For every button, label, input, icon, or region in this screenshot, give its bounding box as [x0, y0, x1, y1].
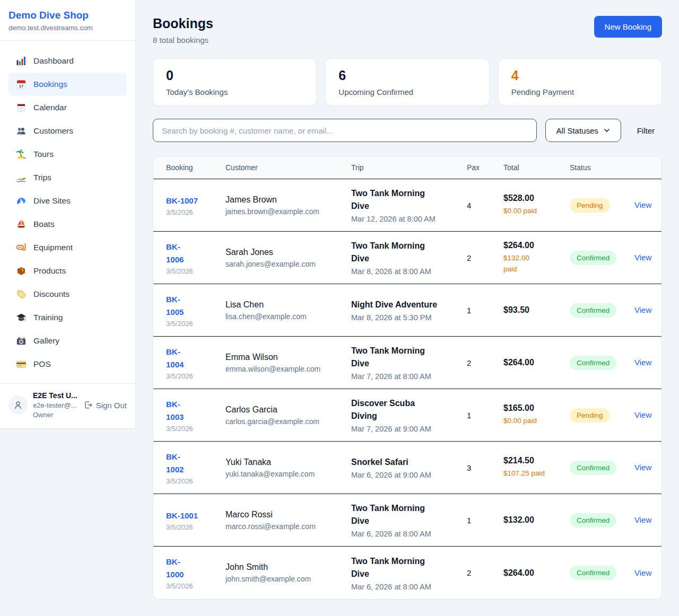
total-amount: $132.00: [503, 515, 564, 525]
view-link[interactable]: View: [634, 568, 651, 577]
page-header: Bookings 8 total bookings New Booking: [153, 16, 662, 45]
table-row: BK- 1004 3/5/2026 Emma Wilson emma.wilso…: [153, 337, 661, 389]
stat-label: Pending Payment: [511, 87, 649, 96]
new-booking-button[interactable]: New Booking: [594, 16, 662, 38]
view-link[interactable]: View: [634, 358, 651, 367]
booking-id-link[interactable]: BK-1001: [166, 509, 198, 522]
trip-name: Two Tank Morning Dive: [351, 345, 462, 370]
trip-name: Two Tank Morning Dive: [351, 240, 462, 265]
booking-date: 3/5/2026: [166, 582, 220, 590]
trip-datetime: Mar 6, 2026 at 8:00 AM: [351, 530, 462, 538]
booking-id-link[interactable]: BK- 1006: [166, 241, 184, 266]
view-link[interactable]: View: [634, 305, 651, 314]
trip-name: Two Tank Morning Dive: [351, 555, 462, 580]
booking-id-link[interactable]: BK-1007: [166, 195, 198, 207]
view-link[interactable]: View: [634, 463, 651, 472]
sign-out-icon: [83, 400, 93, 410]
table-row: BK- 1000 3/5/2026 John Smith john.smith@…: [153, 547, 661, 599]
sidebar-item-boats[interactable]: Boats: [8, 213, 127, 236]
user-name: E2E Test U...: [33, 391, 77, 400]
table-row: BK-1007 3/5/2026 James Brown james.brown…: [153, 179, 661, 232]
sidebar-item-trips[interactable]: Trips: [8, 166, 127, 189]
view-link[interactable]: View: [634, 253, 651, 262]
customer-cell: Marco Rossi marco.rossi@example.com: [225, 503, 351, 538]
sidebar-item-calendar[interactable]: Calendar: [8, 96, 127, 119]
sidebar-item-label: Dashboard: [33, 56, 74, 66]
table-body: BK-1007 3/5/2026 James Brown james.brown…: [153, 179, 661, 599]
customer-email: james.brown@example.com: [225, 207, 346, 216]
pax-cell: 4: [467, 193, 503, 217]
booking-date: 3/5/2026: [166, 425, 220, 433]
sidebar-item-training[interactable]: Training: [8, 306, 127, 329]
sidebar-item-label: Bookings: [33, 80, 67, 89]
paid-amount: $0.00 paid: [503, 206, 564, 216]
search-input[interactable]: [153, 119, 537, 142]
stat-card-upcoming-confirmed: 6 Upcoming Confirmed: [325, 58, 489, 106]
stat-card-pending-payment: 4 Pending Payment: [498, 58, 662, 106]
shop-header: Demo Dive Shop demo.test.divestreams.com: [0, 0, 135, 41]
main-content: Bookings 8 total bookings New Booking 0 …: [136, 0, 679, 600]
view-cell: View: [629, 561, 657, 585]
sidebar-item-dive-sites[interactable]: Dive Sites: [8, 189, 127, 213]
booking-id-link[interactable]: BK- 1002: [166, 451, 184, 476]
status-filter-select[interactable]: All Statuses: [545, 119, 621, 142]
sidebar-item-label: Gallery: [33, 336, 59, 346]
customer-name: Carlos Garcia: [225, 405, 346, 415]
status-badge: Confirmed: [570, 461, 616, 475]
sidebar-item-gallery[interactable]: Gallery: [8, 329, 127, 353]
view-link[interactable]: View: [634, 200, 651, 209]
sidebar-item-bookings[interactable]: 17 Bookings: [8, 73, 127, 96]
package-icon: [16, 266, 27, 276]
booking-date: 3/5/2026: [166, 523, 220, 531]
status-cell: Confirmed: [570, 348, 629, 377]
booking-id-link[interactable]: BK- 1004: [166, 346, 184, 371]
sidebar-item-label: Tours: [33, 149, 54, 159]
trip-cell: Snorkel Safari Mar 6, 2026 at 9:00 AM: [351, 448, 467, 487]
sign-out-button[interactable]: Sign Out: [83, 400, 127, 410]
total-cell: $264.00 $132.00 paid: [503, 233, 570, 282]
sidebar-item-dashboard[interactable]: Dashboard: [8, 49, 127, 73]
paid-amount: $107.25 paid: [503, 468, 564, 479]
total-amount: $93.50: [503, 305, 564, 315]
sidebar-item-equipment[interactable]: Equipment: [8, 236, 127, 259]
booking-id-link[interactable]: BK- 1000: [166, 556, 184, 581]
sailboat-icon: [16, 219, 27, 230]
booking-id-link[interactable]: BK- 1003: [166, 398, 184, 424]
user-email: e2e-tester@...: [33, 401, 77, 409]
total-cell: $264.00: [503, 350, 570, 375]
view-link[interactable]: View: [634, 410, 651, 419]
total-amount: $264.00: [503, 241, 564, 250]
view-cell: View: [629, 403, 657, 427]
sidebar-item-products[interactable]: Products: [8, 259, 127, 283]
view-cell: View: [629, 193, 657, 217]
booking-id-link[interactable]: BK- 1005: [166, 293, 184, 319]
speedboat-icon: [16, 172, 27, 183]
sidebar-item-customers[interactable]: Customers: [8, 119, 127, 143]
trip-cell: Two Tank Morning Dive Mar 12, 2026 at 8:…: [351, 180, 467, 231]
status-filter-value: All Statuses: [556, 126, 598, 135]
customer-email: john.smith@example.com: [225, 575, 346, 583]
sidebar-item-label: Equipment: [33, 243, 73, 252]
status-cell: Confirmed: [570, 296, 629, 325]
person-icon: [13, 400, 23, 410]
user-texts: E2E Test U... e2e-tester@... Owner: [33, 391, 77, 419]
trip-cell: Two Tank Morning Dive Mar 8, 2026 at 8:0…: [351, 232, 467, 283]
total-cell: $264.00: [503, 561, 570, 585]
credit-card-icon: [16, 359, 27, 369]
sidebar-item-tours[interactable]: Tours: [8, 143, 127, 166]
filter-button[interactable]: Filter: [630, 126, 662, 135]
customer-email: emma.wilson@example.com: [225, 365, 346, 373]
column-header: Trip: [351, 156, 467, 179]
customer-name: Emma Wilson: [225, 353, 346, 362]
column-header: Total: [503, 156, 570, 179]
status-cell: Confirmed: [570, 506, 629, 535]
status-badge: Confirmed: [570, 566, 616, 580]
customer-cell: James Brown james.brown@example.com: [225, 188, 351, 223]
total-cell: $165.00 $0.00 paid: [503, 396, 570, 434]
column-header: [629, 156, 649, 179]
status-badge: Confirmed: [570, 251, 616, 265]
sidebar-item-pos[interactable]: POS: [8, 353, 127, 376]
svg-text:17: 17: [19, 84, 23, 89]
sidebar-item-discounts[interactable]: Discounts: [8, 283, 127, 306]
view-link[interactable]: View: [634, 515, 651, 524]
